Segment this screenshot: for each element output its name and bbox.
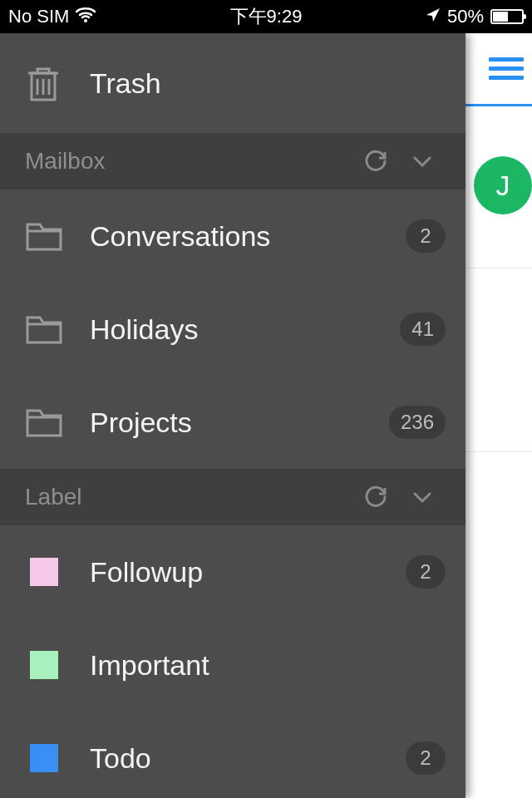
main-topbar	[466, 33, 532, 106]
count-badge: 41	[400, 313, 446, 346]
sidebar-item-label: Conversations	[78, 220, 406, 253]
sidebar-item-label: Followup	[78, 556, 406, 589]
trash-icon	[25, 63, 78, 103]
main-content-peek: J	[466, 33, 532, 798]
sidebar-item-label: Holidays	[78, 313, 400, 346]
sidebar-item-followup[interactable]: Followup 2	[0, 525, 466, 618]
sidebar-item-trash[interactable]: Trash	[0, 33, 466, 133]
section-title: Label	[25, 484, 352, 510]
sidebar-item-projects[interactable]: Projects 236	[0, 376, 466, 469]
avatar[interactable]: J	[474, 156, 532, 214]
chevron-down-icon[interactable]	[399, 485, 446, 510]
sidebar-item-label: Trash	[78, 67, 446, 100]
divider	[466, 451, 532, 452]
wifi-icon	[76, 6, 96, 27]
sidebar-item-holidays[interactable]: Holidays 41	[0, 283, 466, 376]
carrier-text: No SIM	[8, 6, 69, 27]
sidebar-item-label: Projects	[78, 406, 389, 439]
battery-icon	[490, 9, 524, 24]
divider	[466, 268, 532, 268]
folder-icon	[25, 313, 78, 346]
label-color-swatch	[25, 744, 78, 772]
menu-icon[interactable]	[489, 57, 524, 80]
sidebar-drawer: Trash Mailbox Conversations 2 Holidays 4…	[0, 33, 466, 798]
count-badge: 2	[406, 219, 446, 253]
count-badge: 2	[406, 741, 446, 775]
chevron-down-icon[interactable]	[399, 149, 446, 174]
battery-percent: 50%	[447, 6, 484, 27]
section-header-mailbox: Mailbox	[0, 133, 466, 190]
label-color-swatch	[25, 651, 78, 679]
sidebar-item-label: Todo	[78, 742, 406, 775]
sidebar-item-important[interactable]: Important	[0, 618, 466, 712]
refresh-icon[interactable]	[352, 149, 399, 174]
count-badge: 2	[406, 555, 446, 589]
folder-icon	[25, 219, 78, 253]
folder-icon	[25, 406, 78, 439]
label-color-swatch	[25, 558, 78, 586]
sidebar-item-conversations[interactable]: Conversations 2	[0, 190, 466, 283]
sidebar-item-label: Important	[78, 649, 446, 682]
avatar-initial: J	[496, 170, 510, 202]
status-bar: No SIM 下午9:29 50%	[0, 0, 532, 33]
refresh-icon[interactable]	[352, 485, 399, 510]
section-title: Mailbox	[25, 148, 352, 175]
section-header-label: Label	[0, 469, 466, 525]
sidebar-item-todo[interactable]: Todo 2	[0, 712, 466, 798]
count-badge: 236	[389, 406, 446, 439]
status-time: 下午9:29	[230, 4, 303, 29]
location-icon	[426, 6, 441, 27]
